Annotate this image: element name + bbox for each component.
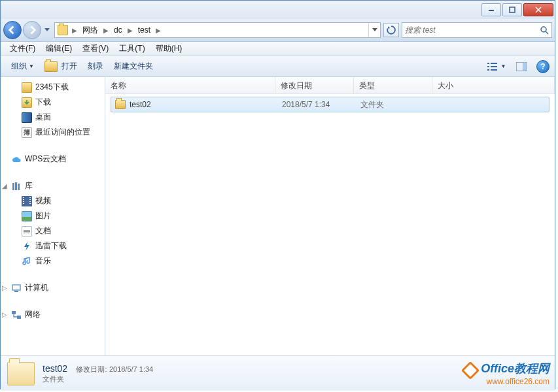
back-arrow-icon xyxy=(8,25,17,35)
sidebar-item-downloads[interactable]: 下载 xyxy=(1,95,105,110)
body: 2345下载 下载 桌面 簿最近访问的位置 WPS云文档 ◢库 视频 图片 文档… xyxy=(1,77,555,355)
sidebar-item-label: 库 xyxy=(25,180,33,191)
sidebar-item-label: 下载 xyxy=(35,97,51,108)
svg-rect-15 xyxy=(14,291,18,292)
view-mode-button[interactable]: ▼ xyxy=(487,59,506,74)
breadcrumb-separator: ▶ xyxy=(71,27,78,34)
sidebar-item-thunder[interactable]: 迅雷下载 xyxy=(1,238,105,253)
file-row[interactable]: test02 2018/5/7 1:34 文件夹 xyxy=(111,97,549,112)
details-date: 2018/5/7 1:34 xyxy=(109,365,153,373)
breadcrumb-test[interactable]: test xyxy=(134,23,154,37)
sidebar-item-network[interactable]: ▷网络 xyxy=(1,307,105,322)
svg-rect-14 xyxy=(12,285,20,290)
chevron-down-icon: ▼ xyxy=(29,63,34,69)
thunder-icon xyxy=(22,241,32,252)
breadcrumb-dropdown[interactable] xyxy=(368,23,380,37)
svg-rect-13 xyxy=(18,184,20,190)
svg-rect-7 xyxy=(491,66,497,67)
window-controls xyxy=(481,3,555,16)
explorer-window: ▶ 网络 ▶ dc ▶ test ▶ 文件(F) 编辑(E) 查看(V) 工具(… xyxy=(0,0,555,389)
minimize-button[interactable] xyxy=(481,3,501,16)
desktop-icon xyxy=(22,112,32,123)
computer-icon xyxy=(11,283,22,293)
search-input[interactable] xyxy=(405,25,540,35)
sidebar-item-label: WPS云文档 xyxy=(25,154,66,165)
menu-view[interactable]: 查看(V) xyxy=(77,43,114,54)
sidebar-item-recent[interactable]: 簿最近访问的位置 xyxy=(1,125,105,140)
breadcrumb-dc[interactable]: dc xyxy=(110,23,126,37)
list-view-icon xyxy=(487,62,499,71)
maximize-button[interactable] xyxy=(502,3,522,16)
sidebar-item-2345download[interactable]: 2345下载 xyxy=(1,80,105,95)
svg-rect-3 xyxy=(487,63,489,64)
chevron-down-icon xyxy=(44,28,50,32)
video-icon xyxy=(22,196,32,206)
column-name[interactable]: 名称 xyxy=(105,77,275,93)
organize-button[interactable]: 组织 ▼ xyxy=(6,61,39,72)
burn-button[interactable]: 刻录 xyxy=(82,61,109,72)
details-text: test02 修改日期: 2018/5/7 1:34 文件夹 xyxy=(43,363,153,384)
svg-rect-4 xyxy=(487,66,489,67)
cloud-icon xyxy=(11,154,22,165)
music-icon xyxy=(22,256,32,267)
burn-label: 刻录 xyxy=(88,61,103,72)
column-headers: 名称 修改日期 类型 大小 xyxy=(105,77,555,94)
sidebar-item-desktop[interactable]: 桌面 xyxy=(1,110,105,125)
close-icon xyxy=(535,7,542,13)
sidebar-item-pictures[interactable]: 图片 xyxy=(1,208,105,223)
navigation-pane[interactable]: 2345下载 下载 桌面 簿最近访问的位置 WPS云文档 ◢库 视频 图片 文档… xyxy=(1,77,105,355)
forward-arrow-icon xyxy=(27,25,37,35)
back-button[interactable] xyxy=(3,21,22,39)
folder-icon xyxy=(58,25,68,35)
column-date[interactable]: 修改日期 xyxy=(275,77,354,93)
svg-rect-6 xyxy=(491,63,497,64)
newfolder-button[interactable]: 新建文件夹 xyxy=(109,61,158,72)
sidebar-item-label: 音乐 xyxy=(35,255,51,267)
chevron-down-icon xyxy=(372,28,377,32)
search-box[interactable] xyxy=(402,22,552,38)
column-size[interactable]: 大小 xyxy=(432,77,555,93)
watermark: Office教程网 www.office26.com xyxy=(464,361,549,386)
open-button[interactable]: 打开 xyxy=(39,61,82,72)
sidebar-item-libraries[interactable]: ◢库 xyxy=(1,178,105,193)
svg-rect-10 xyxy=(523,63,526,71)
help-button[interactable]: ? xyxy=(536,60,549,73)
organize-label: 组织 xyxy=(11,61,27,72)
sidebar-item-computer[interactable]: ▷计算机 xyxy=(1,280,105,295)
menu-help[interactable]: 帮助(H) xyxy=(150,43,188,54)
breadcrumb-separator: ▶ xyxy=(154,27,162,34)
watermark-brand-cn: 教程网 xyxy=(514,362,549,375)
sidebar-item-music[interactable]: 音乐 xyxy=(1,253,105,269)
folder-icon xyxy=(22,82,32,93)
open-folder-icon xyxy=(44,61,58,72)
preview-pane-button[interactable] xyxy=(512,59,531,74)
breadcrumb-network[interactable]: 网络 xyxy=(78,23,102,37)
sidebar-item-videos[interactable]: 视频 xyxy=(1,193,105,208)
expand-icon[interactable]: ◢ xyxy=(2,182,9,189)
maximize-icon xyxy=(509,7,515,13)
folder-icon xyxy=(115,100,126,109)
menu-tools[interactable]: 工具(T) xyxy=(114,43,150,54)
details-date-label: 修改日期: xyxy=(76,365,107,373)
close-button[interactable] xyxy=(523,3,553,16)
svg-rect-5 xyxy=(487,69,489,71)
sidebar-item-label: 网络 xyxy=(25,309,41,320)
sidebar-item-documents[interactable]: 文档 xyxy=(1,223,105,238)
expand-icon[interactable]: ▷ xyxy=(2,284,9,291)
menu-file[interactable]: 文件(F) xyxy=(5,43,41,54)
sidebar-item-label: 2345下载 xyxy=(35,82,69,93)
forward-button[interactable] xyxy=(23,21,41,39)
preview-pane-icon xyxy=(516,62,527,71)
expand-icon[interactable]: ▷ xyxy=(2,311,9,318)
menu-bar: 文件(F) 编辑(E) 查看(V) 工具(T) 帮助(H) xyxy=(1,42,555,56)
folder-icon xyxy=(7,362,35,385)
menu-edit[interactable]: 编辑(E) xyxy=(41,43,77,54)
svg-rect-0 xyxy=(489,10,494,11)
open-label: 打开 xyxy=(61,61,77,72)
refresh-button[interactable] xyxy=(383,23,399,37)
breadcrumb-bar[interactable]: ▶ 网络 ▶ dc ▶ test ▶ xyxy=(54,22,381,38)
sidebar-item-wpscloud[interactable]: WPS云文档 xyxy=(1,152,105,167)
column-type[interactable]: 类型 xyxy=(354,77,432,93)
svg-point-2 xyxy=(541,27,546,32)
history-dropdown[interactable] xyxy=(43,22,52,38)
